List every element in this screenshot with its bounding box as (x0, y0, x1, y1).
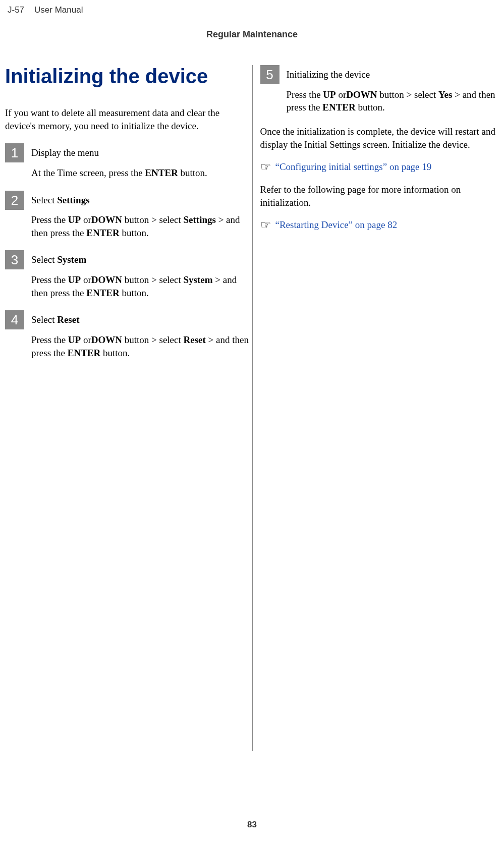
step-title: Initializing the device (287, 68, 499, 81)
step-description: Press the UP orDOWN button > select Rese… (31, 333, 250, 359)
intro-paragraph: If you want to delete all measurement da… (5, 106, 250, 132)
step-number-badge: 5 (260, 65, 279, 84)
step-body: Initializing the device Press the UP orD… (287, 65, 499, 114)
model-number: J-57 (8, 5, 24, 15)
step-title: Select System (31, 253, 250, 266)
step-title: Select Settings (31, 194, 250, 207)
step-description: Press the UP orDOWN button > select Sett… (31, 213, 250, 239)
step-body: Select Settings Press the UP orDOWN butt… (31, 191, 250, 240)
cross-reference-2[interactable]: ☞ “Restarting Device” on page 82 (260, 218, 499, 232)
step-description: At the Time screen, press the ENTER butt… (31, 166, 250, 180)
xref-link-text: “Configuring initial settings” on page 1… (275, 161, 432, 173)
page-title: Initializing the device (5, 65, 250, 87)
step-number-badge: 4 (5, 310, 24, 329)
right-column: 5 Initializing the device Press the UP o… (252, 65, 499, 751)
step-number-badge: 1 (5, 143, 24, 162)
step-title: Select Reset (31, 313, 250, 326)
step-number-badge: 3 (5, 250, 24, 269)
step-1: 1 Display the menu At the Time screen, p… (5, 143, 250, 179)
step-title: Display the menu (31, 146, 250, 159)
pointing-hand-icon: ☞ (260, 218, 271, 232)
refer-paragraph: Refer to the following page for more inf… (260, 183, 499, 209)
step-3: 3 Select System Press the UP orDOWN butt… (5, 250, 250, 299)
left-column: Initializing the device If you want to d… (5, 65, 252, 751)
step-2: 2 Select Settings Press the UP orDOWN bu… (5, 191, 250, 240)
xref-link-text: “Restarting Device” on page 82 (275, 219, 398, 231)
step-5: 5 Initializing the device Press the UP o… (260, 65, 499, 114)
pointing-hand-icon: ☞ (260, 160, 271, 174)
content-columns: Initializing the device If you want to d… (0, 65, 504, 751)
page-number: 83 (0, 820, 504, 830)
cross-reference-1[interactable]: ☞ “Configuring initial settings” on page… (260, 160, 499, 174)
completion-paragraph: Once the initialization is complete, the… (260, 125, 499, 151)
step-body: Select Reset Press the UP orDOWN button … (31, 310, 250, 359)
step-body: Select System Press the UP orDOWN button… (31, 250, 250, 299)
manual-title: User Manual (34, 5, 83, 15)
header-bar: J-57 User Manual (0, 0, 504, 15)
step-4: 4 Select Reset Press the UP orDOWN butto… (5, 310, 250, 359)
step-number-badge: 2 (5, 191, 24, 210)
section-heading: Regular Maintenance (0, 29, 504, 40)
step-description: Press the UP orDOWN button > select Yes … (287, 88, 499, 114)
step-description: Press the UP orDOWN button > select Syst… (31, 273, 250, 299)
step-body: Display the menu At the Time screen, pre… (31, 143, 250, 179)
